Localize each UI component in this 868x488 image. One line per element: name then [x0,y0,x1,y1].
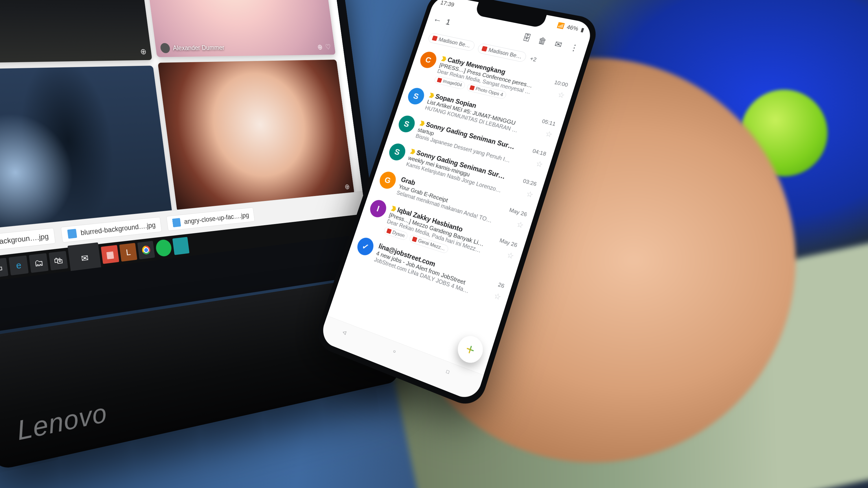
thumbnail-scream[interactable]: ⊕ [158,60,354,212]
browser-window[interactable]: ⊕ ⊕♡ Alexander Dummer [0,0,368,287]
office-icon[interactable]: L [119,243,137,262]
spotify-icon[interactable] [155,239,173,257]
download-filename: angry-close-up-fac….jpg [184,211,249,226]
star-icon[interactable]: ☆ [506,250,515,261]
selection-count: 1 [445,18,452,27]
laptop-screen: ⊕ ⊕♡ Alexander Dummer [0,0,368,287]
download-chip[interactable]: angry-close-up-fac….jpg [166,207,255,231]
store-icon[interactable]: 🛍 [49,251,68,270]
archive-icon[interactable]: 🗄 [520,32,534,44]
file-icon [386,228,392,234]
chip-label: Madison Be… [488,46,523,60]
edge-icon[interactable]: e [9,255,29,275]
sender-avatar: S [406,87,426,106]
file-icon [469,85,475,91]
app-teal-icon[interactable] [173,237,189,255]
email-time: 26 [497,281,505,290]
nav-back-icon[interactable]: ◁ [339,329,355,346]
chrome-icon[interactable] [137,241,155,259]
file-icon [172,218,181,227]
sender-avatar: I [368,198,388,219]
mail-icon[interactable]: ✉ [67,242,101,272]
file-icon [437,78,442,83]
email-time: 10:00 [554,79,569,88]
email-time: 03:26 [522,178,537,188]
star-icon[interactable]: ☆ [557,90,566,100]
delete-icon[interactable]: 🗑 [535,35,550,48]
explorer-icon[interactable]: 🗂 [29,253,49,273]
mark-unread-icon[interactable]: ✉ [551,38,565,51]
thumbnail-dark[interactable]: ⊕ [0,0,152,64]
nav-recent-icon[interactable]: □ [443,368,460,387]
add-icon[interactable]: ⊕ [140,47,147,56]
add-icon[interactable]: ⊕ [344,182,350,191]
importance-marker-icon [391,205,397,212]
star-icon[interactable]: ☆ [544,129,554,139]
file-icon [67,229,77,238]
star-icon[interactable]: ☆ [535,159,544,169]
importance-marker-icon [410,149,416,155]
status-time: 17:39 [439,0,455,8]
email-time: 04:18 [532,148,547,157]
star-icon[interactable]: ☆ [493,291,502,302]
thumbnail-baby[interactable]: Alexander Dummer ⊕♡ [141,0,335,57]
app-red-icon[interactable]: ▦ [101,245,119,264]
file-icon [412,236,417,242]
importance-marker-icon [419,121,425,126]
nav-home-icon[interactable]: ○ [390,348,406,366]
email-time: 05:11 [541,118,556,127]
add-icon[interactable]: ⊕ [317,43,323,51]
file-icon [481,46,487,52]
sender-avatar: C [418,50,439,70]
importance-marker-icon [441,56,447,62]
battery-label: 46% [566,24,579,32]
download-filename: blurred-background….jpg [80,221,156,237]
email-time: May 26 [508,207,528,218]
file-icon [432,36,438,41]
battery-icon: ▮ [580,26,585,34]
chip-overflow[interactable]: +2 [529,56,537,63]
importance-marker-icon [429,93,435,98]
star-icon[interactable]: ☆ [516,220,525,230]
sender-avatar: ✓ [355,236,376,257]
photo-scene: ⊕ ⊕♡ Alexander Dummer [0,0,868,488]
more-icon[interactable]: ⋮ [567,41,582,54]
email-time: May 26 [499,237,518,249]
sender-avatar: S [396,114,417,134]
download-filename: blurred-backgroun….jpg [0,232,49,249]
back-icon[interactable]: ← [432,14,443,26]
star-icon[interactable]: ☆ [525,189,534,200]
sender-avatar: S [387,142,407,162]
author-name[interactable]: Alexander Dummer [173,44,225,52]
author-avatar[interactable] [160,43,171,53]
heart-icon[interactable]: ♡ [325,43,331,51]
chip-label: Madison Be… [438,36,471,48]
task-view-icon[interactable]: ▭ [0,258,8,278]
signal-icon: 📶 [556,22,565,30]
sender-avatar: G [377,170,398,191]
plus-icon: + [464,339,477,359]
